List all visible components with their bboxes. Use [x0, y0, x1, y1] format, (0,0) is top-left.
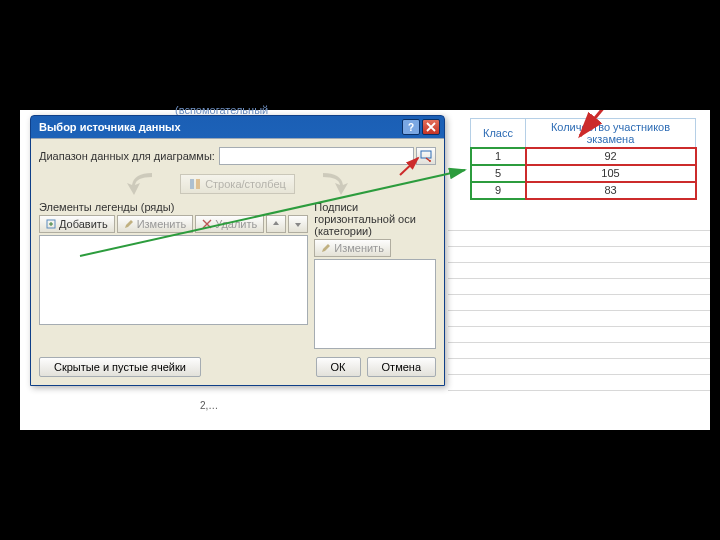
svg-rect-2: [190, 179, 194, 189]
edit-categories-button[interactable]: Изменить: [314, 239, 391, 257]
cell-class[interactable]: 9: [471, 182, 526, 199]
range-label: Диапазон данных для диаграммы:: [39, 150, 215, 162]
switch-label: Строка/столбец: [205, 178, 286, 190]
data-table[interactable]: Класс Количество участников экзамена 1 9…: [470, 118, 696, 199]
arrow-right-icon: [315, 171, 355, 197]
close-button[interactable]: [422, 119, 440, 135]
svg-rect-3: [196, 179, 200, 189]
table-row: 5 105: [471, 165, 696, 182]
hidden-cells-button[interactable]: Скрытые и пустые ячейки: [39, 357, 201, 377]
cancel-button[interactable]: Отмена: [367, 357, 436, 377]
cell-value[interactable]: 83: [526, 182, 696, 199]
empty-grid-rows: [448, 215, 710, 391]
title-bar[interactable]: Выбор источника данных ?: [31, 116, 444, 138]
switch-row-column-button[interactable]: Строка/столбец: [180, 174, 295, 194]
range-picker-icon: [420, 150, 432, 162]
help-button[interactable]: ?: [402, 119, 420, 135]
series-listbox[interactable]: [39, 235, 308, 325]
arrow-down-icon: [293, 219, 303, 229]
close-icon: [426, 122, 436, 132]
add-series-label: Добавить: [59, 218, 108, 230]
col-header-class: Класс: [471, 119, 526, 148]
chart-range-input[interactable]: [219, 147, 414, 165]
dialog-title: Выбор источника данных: [35, 121, 400, 133]
add-icon: [46, 219, 56, 229]
edit-series-label: Изменить: [137, 218, 187, 230]
svg-point-1: [429, 160, 431, 162]
worksheet-area: (вспомогательный Иностранный язык 2,… Кл…: [20, 110, 710, 430]
cell-class[interactable]: 5: [471, 165, 526, 182]
move-up-button[interactable]: [266, 215, 286, 233]
arrow-up-icon: [271, 219, 281, 229]
edit-icon: [124, 219, 134, 229]
cell-value[interactable]: 92: [526, 148, 696, 165]
edit-series-button[interactable]: Изменить: [117, 215, 194, 233]
select-data-source-dialog: Выбор источника данных ? Диапазон данных…: [30, 115, 445, 386]
add-series-button[interactable]: Добавить: [39, 215, 115, 233]
delete-icon: [202, 219, 212, 229]
series-group-label: Элементы легенды (ряды): [39, 201, 308, 213]
svg-rect-0: [421, 151, 431, 158]
bg-truncated-number: 2,…: [200, 400, 218, 411]
categories-listbox[interactable]: [314, 259, 436, 349]
table-row: 9 83: [471, 182, 696, 199]
table-row: 1 92: [471, 148, 696, 165]
cell-class[interactable]: 1: [471, 148, 526, 165]
col-header-count: Количество участников экзамена: [526, 119, 696, 148]
categories-group-label: Подписи горизонтальной оси (категории): [314, 201, 436, 237]
delete-series-button[interactable]: Удалить: [195, 215, 264, 233]
edit-categories-label: Изменить: [334, 242, 384, 254]
cell-value[interactable]: 105: [526, 165, 696, 182]
arrow-left-icon: [120, 171, 160, 197]
edit-icon: [321, 243, 331, 253]
ok-button[interactable]: ОК: [316, 357, 361, 377]
move-down-button[interactable]: [288, 215, 308, 233]
switch-icon: [189, 178, 201, 190]
delete-series-label: Удалить: [215, 218, 257, 230]
range-picker-button[interactable]: [416, 147, 436, 165]
